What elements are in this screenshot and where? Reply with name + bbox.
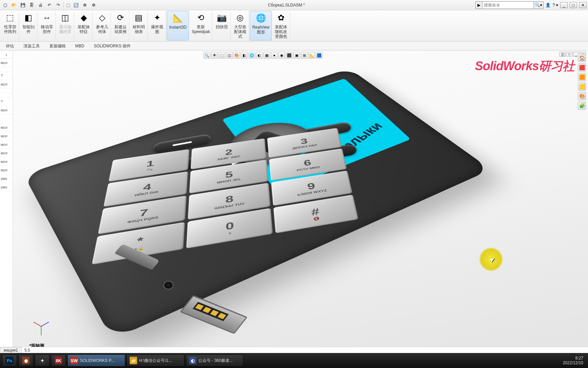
ribbon-icon: 📷: [216, 12, 228, 24]
tree-item-7[interactable]: мол: [0, 106, 13, 114]
orientation-triad[interactable]: [32, 318, 50, 336]
qat-undo-icon[interactable]: ↶: [46, 1, 53, 9]
taskbar-label: 公众号 - 360极速...: [198, 358, 233, 364]
ribbon-新建运动算例[interactable]: ⟳新建运 动算例: [112, 11, 129, 41]
tree-item-4[interactable]: [0, 89, 13, 93]
keypad: 1ം2АБВГ ABC3ДЕЁЖЗ DEF4ИЙКЛ GHI5МНОП JKL6…: [92, 128, 358, 265]
qat-select-icon[interactable]: ⬚: [63, 1, 71, 9]
clock-date: 2022/12/10: [563, 361, 583, 365]
tree-item-3[interactable]: мол: [0, 80, 13, 89]
motion-tab[interactable]: мация1: [0, 347, 22, 353]
tree-item-0[interactable]: мол: [0, 59, 13, 67]
tree-item-16[interactable]: умо: [0, 174, 13, 183]
ribbon-移动零部件[interactable]: ↔移动零 部件: [38, 11, 56, 41]
qat-saveall-icon[interactable]: 🗄: [28, 1, 35, 9]
right-tool-4[interactable]: 🎨: [578, 92, 586, 100]
taskbar-item[interactable]: Ps: [2, 354, 17, 367]
tree-item-14[interactable]: мол: [0, 157, 13, 166]
minimize-button[interactable]: _: [560, 2, 568, 8]
search-play-icon: ▶: [476, 2, 483, 9]
ribbon-参考几何体[interactable]: ◇参考几 何体: [93, 11, 111, 41]
ribbon-爆炸视图[interactable]: ✦爆炸视 图: [148, 11, 166, 41]
tree-item-5[interactable]: [0, 93, 13, 97]
quick-access-toolbar: ▢📂💾🗄🖨↶↷⬚🔃⚙⚙: [1, 1, 97, 9]
tree-item-12[interactable]: мол: [0, 140, 13, 149]
qat-redo-icon[interactable]: ↷: [54, 1, 62, 9]
feature-tree-panel[interactable]: › мол?мол?молмолмолмолмолмолмолумоумо: [0, 50, 13, 353]
qat-rebuild-icon[interactable]: 🔃: [72, 1, 80, 9]
ribbon-Instant3D[interactable]: 📐Instant3D: [167, 11, 189, 41]
windows-taskbar[interactable]: Ps◉✦8KSWSOLIDWORKS P...📁H:\微信公众号\1...◐公众…: [0, 353, 588, 368]
taskbar-item[interactable]: ◉: [18, 354, 33, 367]
search-go-icon[interactable]: 🔍▾: [534, 2, 543, 9]
ribbon-显示隐藏的零[interactable]: ◫显示隐 藏的零: [56, 11, 74, 41]
close-button[interactable]: ✕: [579, 2, 587, 8]
right-tool-3[interactable]: 🟨: [578, 82, 586, 91]
qat-new-icon[interactable]: ▢: [1, 1, 9, 9]
ribbon-大型装配体模式[interactable]: ◎大型装 配体模 式: [231, 11, 249, 41]
ribbon-更新Speedpak[interactable]: ⟲更新 Speedpak: [190, 11, 212, 41]
ribbon-label: 移动零 部件: [41, 25, 53, 34]
key-num: 9: [307, 181, 316, 192]
command-search[interactable]: ▶ 🔍▾: [475, 1, 543, 9]
vp-max-icon[interactable]: □: [566, 52, 572, 57]
tree-item-9[interactable]: [0, 119, 13, 123]
taskbar-item[interactable]: ✦: [35, 354, 50, 367]
taskbar-item[interactable]: ◐公众号 - 360极速...: [186, 354, 244, 367]
tab-2[interactable]: 直接编辑: [45, 42, 70, 50]
user-icon[interactable]: 👤: [545, 3, 551, 7]
taskbar-item[interactable]: 📁H:\微信公众号\1...: [127, 354, 184, 367]
ribbon-拍快照[interactable]: 📷拍快照: [213, 11, 231, 41]
help-icon[interactable]: ? ▾: [553, 3, 558, 7]
tab-4[interactable]: SOLIDWORKS 插件: [89, 42, 135, 50]
tree-item-2[interactable]: ?: [0, 72, 13, 80]
right-tool-2[interactable]: 🟧: [578, 73, 586, 81]
ribbon-材料明细表[interactable]: ▤材料明 细表: [130, 11, 148, 41]
key-num: #: [310, 206, 320, 218]
taskbar-item[interactable]: 8K: [51, 354, 66, 367]
search-input[interactable]: [483, 3, 534, 7]
document-title: Сборка1.SLDASM *: [97, 3, 475, 7]
ribbon-装配体随机改变颜色[interactable]: ✿装配体 随机改 变颜色: [273, 11, 290, 41]
right-tool-0[interactable]: 🏠: [578, 54, 586, 62]
tree-item-1[interactable]: [0, 67, 13, 72]
tree-item-10[interactable]: мол: [0, 123, 13, 132]
tree-item-8[interactable]: [0, 114, 13, 119]
qat-save-icon[interactable]: 💾: [19, 1, 27, 9]
tab-3[interactable]: MBD: [71, 42, 89, 50]
motion-study-bar[interactable]: мация1 5.0: [0, 347, 588, 353]
system-clock[interactable]: 8:27 2022/12/10: [560, 356, 586, 365]
ribbon-智能扣件[interactable]: ◧智能扣 件: [20, 11, 37, 41]
right-tool-1[interactable]: 🟥: [578, 63, 586, 72]
expand-panel-icon[interactable]: ›: [0, 50, 13, 59]
tree-item-15[interactable]: мол: [0, 166, 13, 174]
qat-settings-icon[interactable]: ⚙: [90, 1, 97, 9]
tree-item-11[interactable]: мол: [0, 132, 13, 140]
ribbon-label: 拍快照: [216, 25, 228, 29]
ribbon-RealView图形[interactable]: 🌐RealView 图形: [250, 11, 272, 41]
key-sub: ം: [147, 168, 153, 171]
taskbar-app-icon: SW: [70, 357, 78, 364]
title-bar: ▢📂💾🗄🖨↶↷⬚🔃⚙⚙ Сборка1.SLDASM * ▶ 🔍▾ 👤 ? ▾ …: [0, 0, 588, 10]
ribbon-label: 大型装 配体模 式: [234, 25, 246, 39]
right-tool-5[interactable]: 🧩: [578, 102, 586, 110]
ribbon-icon: ◧: [22, 12, 35, 24]
phone-body: PHILIPS Ярлыки ⌐ ◉ 1ം2АБВГ ABC3ДЕЁЖЗ DEF…: [23, 68, 491, 340]
tab-0[interactable]: 评估: [1, 42, 18, 50]
tree-item-17[interactable]: умо: [0, 183, 13, 191]
qat-options-icon[interactable]: ⚙: [81, 1, 88, 9]
tab-1[interactable]: 渲染工具: [19, 42, 44, 50]
maximize-button[interactable]: □: [570, 2, 577, 8]
phone-3d-model: PHILIPS Ярлыки ⌐ ◉ 1ം2АБВГ ABC3ДЕЁЖЗ DEF…: [54, 50, 513, 353]
tree-item-6[interactable]: ?: [0, 97, 13, 106]
ribbon-装配体特征[interactable]: ◆装配体 特征: [75, 11, 93, 41]
qat-print-icon[interactable]: 🖨: [37, 1, 44, 9]
ribbon-性零部件阵列[interactable]: ⬚性零部 件阵列: [1, 11, 19, 41]
taskbar-item[interactable]: SWSOLIDWORKS P...: [67, 354, 125, 367]
tree-item-13[interactable]: мол: [0, 149, 13, 157]
3d-viewport[interactable]: ◫ □ _ ✕ 🔍👁⬚◫🎨◧🌐◐▦●◉⬛▣⊞📐🟦 SolidWorks研习社 🏠…: [13, 50, 588, 353]
key-sub: 🔇: [313, 217, 320, 221]
usb-a-port: [180, 295, 247, 334]
vp-restore-icon[interactable]: ◫: [559, 52, 566, 57]
qat-open-icon[interactable]: 📂: [10, 1, 18, 9]
